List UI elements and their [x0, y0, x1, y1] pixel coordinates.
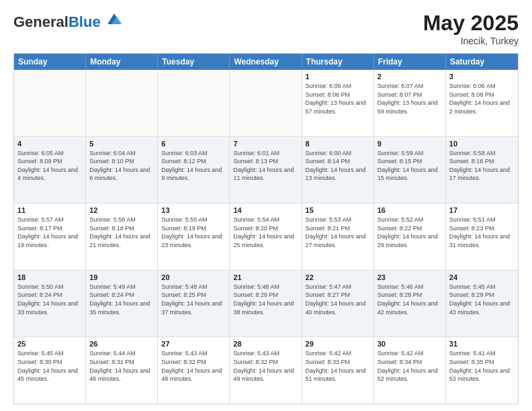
day-cell-22: 22Sunrise: 5:47 AM Sunset: 8:27 PM Dayli…: [302, 271, 374, 337]
day-cell-23: 23Sunrise: 5:46 AM Sunset: 8:28 PM Dayli…: [374, 271, 446, 337]
day-info: Sunrise: 5:45 AM Sunset: 8:29 PM Dayligh…: [449, 283, 515, 316]
day-number: 26: [89, 340, 154, 348]
day-info: Sunrise: 5:48 AM Sunset: 8:25 PM Dayligh…: [161, 283, 226, 316]
header-day-monday: Monday: [86, 54, 158, 70]
empty-cell: [14, 70, 86, 136]
day-number: 21: [233, 273, 298, 281]
day-cell-13: 13Sunrise: 5:55 AM Sunset: 8:19 PM Dayli…: [158, 203, 230, 270]
day-number: 2: [378, 73, 442, 81]
day-info: Sunrise: 6:04 AM Sunset: 8:10 PM Dayligh…: [89, 149, 154, 183]
day-number: 5: [89, 140, 154, 148]
logo-blue: Blue: [69, 13, 101, 30]
day-number: 24: [449, 273, 515, 281]
day-number: 16: [378, 206, 442, 214]
calendar-row-4: 25Sunrise: 5:45 AM Sunset: 8:30 PM Dayli…: [14, 336, 518, 404]
day-info: Sunrise: 5:58 AM Sunset: 8:16 PM Dayligh…: [449, 149, 515, 183]
day-number: 11: [17, 206, 82, 214]
day-cell-11: 11Sunrise: 5:57 AM Sunset: 8:17 PM Dayli…: [14, 203, 86, 270]
header-day-sunday: Sunday: [14, 54, 86, 70]
day-number: 30: [378, 340, 442, 348]
title-month: May 2025: [423, 11, 519, 36]
day-number: 14: [233, 206, 298, 214]
day-number: 13: [161, 206, 226, 214]
day-cell-14: 14Sunrise: 5:54 AM Sunset: 8:20 PM Dayli…: [230, 203, 302, 270]
day-cell-18: 18Sunrise: 5:50 AM Sunset: 8:24 PM Dayli…: [14, 271, 86, 337]
day-info: Sunrise: 5:43 AM Sunset: 8:32 PM Dayligh…: [161, 349, 226, 383]
day-number: 19: [89, 273, 154, 281]
empty-cell: [158, 70, 230, 136]
day-cell-4: 4Sunrise: 6:05 AM Sunset: 8:09 PM Daylig…: [14, 137, 86, 203]
day-cell-12: 12Sunrise: 5:56 AM Sunset: 8:18 PM Dayli…: [86, 203, 158, 270]
day-cell-19: 19Sunrise: 5:49 AM Sunset: 8:24 PM Dayli…: [86, 271, 158, 337]
day-number: 10: [449, 140, 515, 148]
day-cell-29: 29Sunrise: 5:42 AM Sunset: 8:33 PM Dayli…: [302, 337, 374, 404]
day-cell-10: 10Sunrise: 5:58 AM Sunset: 8:16 PM Dayli…: [446, 137, 518, 203]
day-number: 27: [161, 340, 226, 348]
day-cell-3: 3Sunrise: 6:06 AM Sunset: 8:08 PM Daylig…: [446, 70, 518, 136]
logo-icon: [106, 11, 122, 27]
day-info: Sunrise: 5:42 AM Sunset: 8:33 PM Dayligh…: [306, 349, 370, 383]
day-number: 20: [161, 273, 226, 281]
day-info: Sunrise: 6:03 AM Sunset: 8:12 PM Dayligh…: [161, 149, 226, 183]
day-info: Sunrise: 6:06 AM Sunset: 8:08 PM Dayligh…: [449, 82, 515, 116]
page: GeneralBlue May 2025 Inecik, Turkey Sund…: [0, 0, 532, 411]
day-info: Sunrise: 5:50 AM Sunset: 8:24 PM Dayligh…: [17, 283, 82, 316]
calendar-row-1: 4Sunrise: 6:05 AM Sunset: 8:09 PM Daylig…: [14, 136, 518, 203]
day-cell-28: 28Sunrise: 5:43 AM Sunset: 8:32 PM Dayli…: [230, 337, 302, 404]
day-number: 23: [378, 273, 442, 281]
day-info: Sunrise: 5:53 AM Sunset: 8:21 PM Dayligh…: [306, 216, 370, 249]
day-info: Sunrise: 5:41 AM Sunset: 8:35 PM Dayligh…: [449, 349, 515, 383]
logo-text: GeneralBlue: [13, 11, 122, 30]
header-day-saturday: Saturday: [446, 54, 518, 70]
title-block: May 2025 Inecik, Turkey: [423, 11, 519, 46]
day-cell-1: 1Sunrise: 6:09 AM Sunset: 8:06 PM Daylig…: [302, 70, 374, 136]
day-info: Sunrise: 6:01 AM Sunset: 8:13 PM Dayligh…: [233, 149, 298, 183]
day-number: 1: [306, 73, 370, 81]
day-cell-2: 2Sunrise: 6:07 AM Sunset: 8:07 PM Daylig…: [374, 70, 446, 136]
day-info: Sunrise: 5:48 AM Sunset: 8:26 PM Dayligh…: [233, 283, 298, 316]
header-day-thursday: Thursday: [302, 54, 374, 70]
day-cell-21: 21Sunrise: 5:48 AM Sunset: 8:26 PM Dayli…: [230, 271, 302, 337]
day-number: 31: [449, 340, 515, 348]
day-info: Sunrise: 6:07 AM Sunset: 8:07 PM Dayligh…: [378, 82, 442, 116]
day-info: Sunrise: 5:55 AM Sunset: 8:19 PM Dayligh…: [161, 216, 226, 249]
day-info: Sunrise: 5:42 AM Sunset: 8:34 PM Dayligh…: [378, 349, 442, 383]
day-info: Sunrise: 5:45 AM Sunset: 8:30 PM Dayligh…: [17, 349, 82, 383]
day-number: 28: [233, 340, 298, 348]
day-number: 7: [233, 140, 298, 148]
day-info: Sunrise: 5:47 AM Sunset: 8:27 PM Dayligh…: [306, 283, 370, 316]
day-cell-26: 26Sunrise: 5:44 AM Sunset: 8:31 PM Dayli…: [86, 337, 158, 404]
day-number: 22: [306, 273, 370, 281]
day-number: 4: [17, 140, 82, 148]
day-cell-30: 30Sunrise: 5:42 AM Sunset: 8:34 PM Dayli…: [374, 337, 446, 404]
day-info: Sunrise: 6:00 AM Sunset: 8:14 PM Dayligh…: [306, 149, 370, 183]
day-info: Sunrise: 5:46 AM Sunset: 8:28 PM Dayligh…: [378, 283, 442, 316]
day-info: Sunrise: 5:49 AM Sunset: 8:24 PM Dayligh…: [89, 283, 154, 316]
day-info: Sunrise: 6:05 AM Sunset: 8:09 PM Dayligh…: [17, 149, 82, 183]
day-cell-15: 15Sunrise: 5:53 AM Sunset: 8:21 PM Dayli…: [302, 203, 374, 270]
logo-general: General: [13, 13, 69, 30]
day-number: 29: [306, 340, 370, 348]
day-info: Sunrise: 5:52 AM Sunset: 8:22 PM Dayligh…: [378, 216, 442, 249]
day-number: 17: [449, 206, 515, 214]
day-number: 6: [161, 140, 226, 148]
header-day-friday: Friday: [374, 54, 446, 70]
day-info: Sunrise: 5:57 AM Sunset: 8:17 PM Dayligh…: [17, 216, 82, 249]
day-number: 15: [306, 206, 370, 214]
day-cell-8: 8Sunrise: 6:00 AM Sunset: 8:14 PM Daylig…: [302, 137, 374, 203]
title-location: Inecik, Turkey: [423, 36, 519, 46]
day-cell-20: 20Sunrise: 5:48 AM Sunset: 8:25 PM Dayli…: [158, 271, 230, 337]
day-info: Sunrise: 5:44 AM Sunset: 8:31 PM Dayligh…: [89, 349, 154, 383]
logo: GeneralBlue: [13, 11, 122, 30]
day-cell-16: 16Sunrise: 5:52 AM Sunset: 8:22 PM Dayli…: [374, 203, 446, 270]
header-day-tuesday: Tuesday: [158, 54, 230, 70]
calendar-row-2: 11Sunrise: 5:57 AM Sunset: 8:17 PM Dayli…: [14, 203, 518, 270]
day-number: 12: [89, 206, 154, 214]
empty-cell: [230, 70, 302, 136]
calendar-body: 1Sunrise: 6:09 AM Sunset: 8:06 PM Daylig…: [14, 70, 518, 404]
day-number: 25: [17, 340, 82, 348]
day-info: Sunrise: 5:56 AM Sunset: 8:18 PM Dayligh…: [89, 216, 154, 249]
calendar: SundayMondayTuesdayWednesdayThursdayFrid…: [13, 53, 519, 404]
day-cell-27: 27Sunrise: 5:43 AM Sunset: 8:32 PM Dayli…: [158, 337, 230, 404]
calendar-header: SundayMondayTuesdayWednesdayThursdayFrid…: [14, 54, 518, 70]
